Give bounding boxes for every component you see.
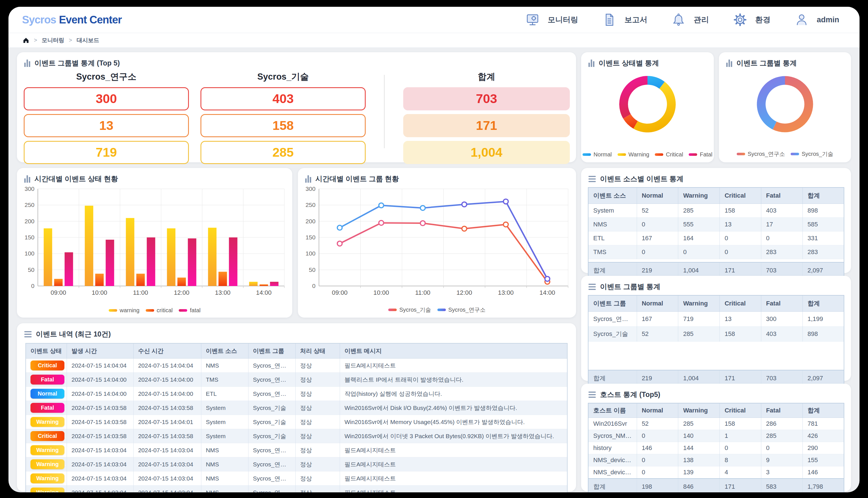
column-header[interactable]: Normal (637, 187, 678, 204)
cell: 285 (678, 327, 720, 342)
cell: 필드A메시지테스트 (340, 457, 567, 471)
table-wrap: 이벤트 소스NormalWarningCriticalFatal합계System… (588, 187, 844, 267)
table-row[interactable]: NMS_device1013943146 (588, 467, 844, 479)
legend-label: Sycros_연구소 (748, 150, 785, 158)
table-row[interactable]: NMS_device2013889155 (588, 454, 844, 467)
status-donut-card: 이벤트 상태별 통계 NormalWarningCriticalFatal (581, 52, 714, 162)
event-row[interactable]: Warning2024-07-15 14:03:042024-07-15 14:… (26, 471, 567, 486)
total-cell: 583 (761, 479, 802, 492)
cell: 0 (637, 454, 678, 467)
cell: ETL (201, 387, 248, 401)
app-logo[interactable]: SycrosEvent Center (22, 14, 122, 26)
cell: 403 (761, 204, 802, 218)
nav-item-user[interactable]: admin (794, 13, 839, 27)
event-row[interactable]: Critical2024-07-15 14:04:042024-07-15 14… (26, 358, 567, 373)
nav-item-manage[interactable]: 관리 (671, 13, 709, 27)
event-row[interactable]: Critical2024-07-15 14:03:582024-07-15 14… (26, 429, 567, 443)
column-header[interactable]: 이벤트 상태 (26, 343, 67, 358)
event-row[interactable]: Normal2024-07-15 14:04:002024-07-15 14:0… (26, 387, 567, 401)
stat-total-box: 171 (403, 114, 570, 137)
event-source-stats-card: 이벤트 소스별 이벤트 통계 이벤트 소스NormalWarningCritic… (581, 168, 851, 273)
legend-marker (689, 153, 697, 156)
svg-text:0: 0 (31, 283, 35, 289)
column-header[interactable]: 처리 상태 (295, 343, 340, 358)
cell: NMS (201, 358, 248, 373)
column-header[interactable]: 이벤트 메시지 (340, 343, 567, 358)
column-header[interactable]: Critical (720, 403, 761, 418)
cell: 158 (720, 327, 761, 342)
cell: Warning (26, 415, 67, 429)
column-header[interactable]: 이벤트 소스 (588, 187, 637, 204)
column-header[interactable]: 수신 시간 (134, 343, 201, 358)
bar-chart-legend: warningcriticalfatal (17, 307, 292, 314)
table-row[interactable]: Win2016Svr52285158286781 (588, 418, 844, 430)
svg-text:50: 50 (28, 266, 35, 273)
event-row[interactable]: Warning2024-07-15 14:03:042024-07-15 14:… (26, 486, 567, 493)
column-header[interactable]: 발생 시간 (67, 343, 134, 358)
cell: Sycros_연구소 (248, 373, 295, 387)
table-row[interactable]: Sycros_기술52285158403898 (588, 327, 844, 342)
nav-item-report[interactable]: 보고서 (602, 13, 647, 27)
column-header[interactable]: Critical (720, 187, 761, 204)
cell: 285 (761, 430, 802, 442)
table-row[interactable]: Sycros_연구소167719133001,199 (588, 312, 844, 327)
column-header[interactable]: Warning (678, 403, 720, 418)
cell: 155 (802, 454, 844, 467)
column-header[interactable]: Normal (637, 295, 678, 312)
total-cell: 합계 (588, 479, 637, 492)
bar-chart-icon (589, 60, 594, 67)
event-row[interactable]: Fatal2024-07-15 14:03:582024-07-15 14:03… (26, 401, 567, 415)
column-header[interactable]: 합계 (802, 403, 844, 418)
table-row[interactable]: ETL16716400331 (588, 232, 844, 245)
spacer-row (588, 342, 844, 370)
legend-marker (618, 153, 626, 156)
stat-value-box: 719 (24, 141, 189, 164)
home-icon[interactable] (23, 37, 29, 44)
event-row[interactable]: Warning2024-07-15 14:03:042024-07-15 14:… (26, 443, 567, 457)
table-row[interactable]: history14614400290 (588, 442, 844, 454)
table-wrap: 이벤트 상태발생 시간수신 시간이벤트 소스이벤트 그룹처리 상태이벤트 메시지… (25, 343, 568, 485)
table-row[interactable]: System52285158403898 (588, 204, 844, 218)
table-row[interactable]: NMS05551317585 (588, 218, 844, 232)
status-donut-chart (581, 67, 714, 143)
column-header[interactable]: Critical (720, 295, 761, 312)
table-row[interactable]: Sycros_NMS…01401285426 (588, 430, 844, 442)
cell: 0 (720, 245, 761, 259)
breadcrumb-item-dashboard[interactable]: 대시보드 (77, 36, 99, 44)
event-row[interactable]: Warning2024-07-15 14:03:042024-07-15 14:… (26, 457, 567, 471)
cell: 2024-07-15 14:04:00 (67, 387, 134, 401)
column-header[interactable]: Normal (637, 403, 678, 418)
cell: 2024-07-15 14:04:01 (134, 415, 201, 429)
column-header[interactable]: 합계 (802, 295, 844, 312)
cell: 52 (637, 418, 678, 430)
nav-item-monitoring[interactable]: 모니터링 (526, 13, 578, 27)
stat-value-box: 13 (24, 114, 189, 137)
cell: 0 (720, 442, 761, 454)
column-header[interactable]: Warning (678, 187, 720, 204)
table-header-row: 이벤트 소스NormalWarningCriticalFatal합계 (588, 187, 844, 204)
column-header[interactable]: Warning (678, 295, 720, 312)
cell: NMS (201, 457, 248, 471)
column-header[interactable]: 이벤트 소스 (201, 343, 248, 358)
table-row[interactable]: TMS000283283 (588, 245, 844, 259)
stat-value-box: 285 (200, 141, 366, 164)
menu-icon (589, 392, 596, 398)
column-header[interactable]: Fatal (761, 295, 802, 312)
nav-item-settings[interactable]: 환경 (733, 13, 770, 27)
user-icon (794, 13, 809, 27)
cell: 719 (678, 312, 720, 327)
status-badge: Critical (30, 431, 64, 441)
breadcrumb-item-monitoring[interactable]: 모니터링 (42, 36, 64, 44)
column-header[interactable]: 호스트 이름 (588, 403, 637, 418)
cell: 0 (637, 430, 678, 442)
column-header[interactable]: 합계 (802, 187, 844, 204)
column-header[interactable]: Fatal (761, 187, 802, 204)
breadcrumb-separator: > (34, 37, 37, 43)
svg-text:13:00: 13:00 (215, 289, 231, 296)
event-row[interactable]: Warning2024-07-15 14:03:582024-07-15 14:… (26, 415, 567, 429)
event-row[interactable]: Fatal2024-07-15 14:04:002024-07-15 14:04… (26, 373, 567, 387)
column-header[interactable]: Fatal (761, 403, 802, 418)
cell: NMS (201, 443, 248, 457)
column-header[interactable]: 이벤트 그룹 (588, 295, 637, 312)
column-header[interactable]: 이벤트 그룹 (248, 343, 295, 358)
